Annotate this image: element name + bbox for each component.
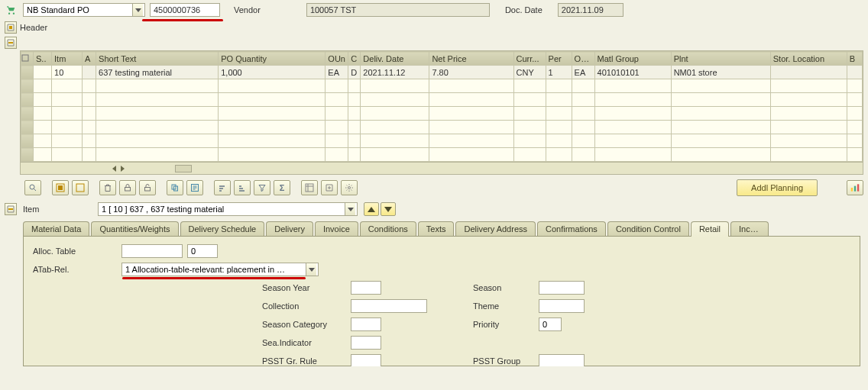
table-cell[interactable] <box>34 121 52 134</box>
row-selector[interactable] <box>21 93 34 107</box>
table-cell[interactable] <box>83 93 96 107</box>
tab-invoice[interactable]: Invoice <box>315 221 358 236</box>
table-cell[interactable] <box>770 107 847 121</box>
table-cell[interactable] <box>83 121 96 134</box>
table-cell[interactable]: EA <box>326 66 348 79</box>
item-dropdown[interactable] <box>98 202 358 216</box>
grid-horizontal-scroll[interactable] <box>21 162 863 174</box>
table-cell[interactable] <box>219 79 326 93</box>
tab-texts[interactable]: Texts <box>418 221 455 236</box>
table-cell[interactable]: 10 <box>52 66 83 79</box>
column-header[interactable]: C <box>348 52 361 66</box>
table-cell[interactable] <box>361 121 429 134</box>
po-type-dropdown[interactable] <box>23 3 145 17</box>
column-header[interactable]: Curr... <box>513 52 546 66</box>
table-cell[interactable] <box>594 134 671 148</box>
table-cell[interactable] <box>83 66 96 79</box>
table-cell[interactable] <box>34 93 52 107</box>
table-cell[interactable] <box>671 134 770 148</box>
table-cell[interactable] <box>594 79 671 93</box>
table-cell[interactable] <box>326 107 348 121</box>
po-type-value[interactable] <box>24 4 132 16</box>
table-cell[interactable] <box>34 134 52 148</box>
alloc-table-field1[interactable] <box>121 244 183 258</box>
table-cell[interactable] <box>847 148 862 162</box>
sea-indicator-field[interactable] <box>351 336 381 350</box>
table-cell[interactable] <box>429 93 513 107</box>
expand-header-button[interactable] <box>5 21 17 34</box>
table-cell[interactable] <box>83 148 96 162</box>
table-cell[interactable] <box>513 93 546 107</box>
table-cell[interactable] <box>671 93 770 107</box>
table-cell[interactable] <box>847 79 862 93</box>
table-cell[interactable] <box>594 107 671 121</box>
table-cell[interactable] <box>770 121 847 134</box>
table-cell[interactable] <box>847 93 862 107</box>
row-selector[interactable] <box>21 121 34 134</box>
collapse-item-overview-button[interactable] <box>5 37 17 49</box>
table-cell[interactable] <box>572 121 594 134</box>
tab-condition-control[interactable]: Condition Control <box>607 221 689 236</box>
table-cell[interactable] <box>546 79 572 93</box>
sort-desc-button[interactable] <box>234 180 251 195</box>
column-header[interactable]: PO Quantity <box>219 52 326 66</box>
table-cell[interactable] <box>34 148 52 162</box>
table-cell[interactable] <box>770 93 847 107</box>
table-cell[interactable] <box>572 107 594 121</box>
table-cell[interactable] <box>326 79 348 93</box>
table-cell[interactable] <box>429 121 513 134</box>
prev-item-button[interactable] <box>364 202 379 216</box>
scroll-right-icon[interactable] <box>121 166 125 172</box>
table-cell[interactable] <box>671 107 770 121</box>
table-cell[interactable] <box>361 107 429 121</box>
season-category-field[interactable] <box>351 317 381 331</box>
chevron-down-icon[interactable] <box>345 203 355 215</box>
table-cell[interactable] <box>513 121 546 134</box>
tab-confirmations[interactable]: Confirmations <box>537 221 606 236</box>
table-cell[interactable] <box>770 79 847 93</box>
table-cell[interactable] <box>34 79 52 93</box>
table-cell[interactable]: 401010101 <box>594 66 671 79</box>
table-cell[interactable] <box>83 107 96 121</box>
table-cell[interactable] <box>96 134 219 148</box>
table-cell[interactable] <box>513 134 546 148</box>
table-cell[interactable] <box>546 107 572 121</box>
column-header[interactable]: S.. <box>34 52 52 66</box>
table-cell[interactable] <box>96 93 219 107</box>
table-cell[interactable] <box>219 121 326 134</box>
column-header[interactable]: Per <box>546 52 572 66</box>
table-cell[interactable] <box>83 79 96 93</box>
table-cell[interactable] <box>546 121 572 134</box>
table-cell[interactable] <box>96 107 219 121</box>
psst-group-field[interactable] <box>539 354 585 366</box>
table-cell[interactable] <box>429 107 513 121</box>
tab-material-data[interactable]: Material Data <box>23 221 89 236</box>
table-cell[interactable]: 2021.11.12 <box>361 66 429 79</box>
table-cell[interactable] <box>348 134 361 148</box>
scroll-left-icon[interactable] <box>112 166 116 172</box>
table-cell[interactable] <box>513 148 546 162</box>
table-cell[interactable] <box>594 93 671 107</box>
tab-delivery-schedule[interactable]: Delivery Schedule <box>180 221 265 236</box>
table-cell[interactable] <box>770 148 847 162</box>
row-selector[interactable] <box>21 66 34 79</box>
sum-button[interactable]: Σ <box>274 180 290 195</box>
lock-button[interactable] <box>119 180 136 195</box>
atab-rel-value[interactable] <box>122 263 306 276</box>
table-cell[interactable] <box>429 79 513 93</box>
deselect-all-button[interactable] <box>72 180 89 195</box>
table-cell[interactable]: D <box>348 66 361 79</box>
table-select-all[interactable] <box>21 52 34 66</box>
table-cell[interactable] <box>572 93 594 107</box>
collection-field[interactable] <box>351 299 427 313</box>
table-cell[interactable] <box>594 148 671 162</box>
table-cell[interactable]: 1 <box>546 66 572 79</box>
table-cell[interactable] <box>847 66 862 79</box>
copy-button[interactable] <box>167 180 183 195</box>
table-cell[interactable] <box>847 121 862 134</box>
table-cell[interactable] <box>770 134 847 148</box>
sort-asc-button[interactable] <box>214 180 231 195</box>
filter-button[interactable] <box>254 180 270 195</box>
season-year-field[interactable] <box>351 281 381 295</box>
table-cell[interactable] <box>219 148 326 162</box>
